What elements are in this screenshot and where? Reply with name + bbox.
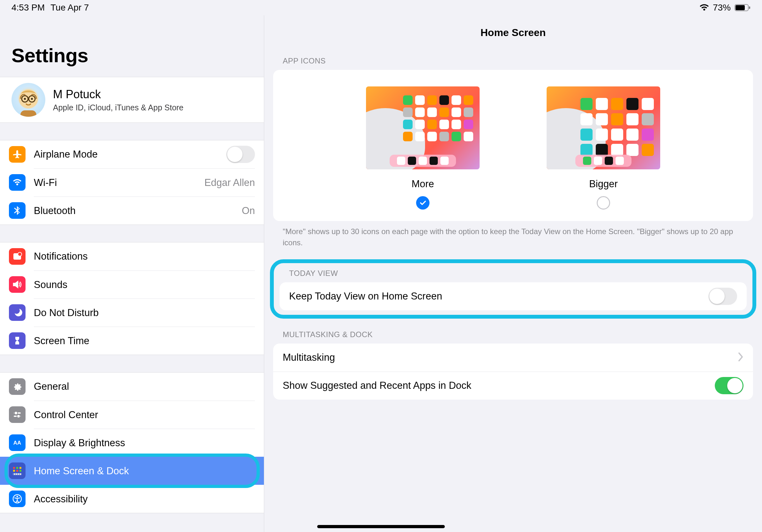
- sidebar-item-wifi[interactable]: Wi-Fi Edgar Allen: [0, 168, 264, 196]
- radio-more[interactable]: [416, 196, 429, 210]
- wifi-icon: [9, 174, 26, 191]
- control-center-icon: [9, 406, 26, 423]
- svg-point-15: [17, 415, 20, 418]
- section-header-today-view: TODAY VIEW: [276, 265, 750, 282]
- sidebar-item-notifications[interactable]: Notifications: [0, 242, 264, 270]
- sidebar-item-sounds[interactable]: Sounds: [0, 270, 264, 299]
- svg-point-5: [29, 96, 35, 102]
- sidebar-group-alerts: Notifications Sounds Do Not Disturb Scre…: [0, 242, 264, 355]
- svg-rect-1: [735, 5, 745, 10]
- row-label: Sounds: [34, 279, 255, 291]
- status-time: 4:53 PM: [12, 3, 45, 13]
- row-label: Home Screen & Dock: [34, 465, 255, 477]
- row-label: Notifications: [34, 251, 255, 262]
- bluetooth-icon: [9, 202, 26, 219]
- svg-point-13: [14, 412, 18, 415]
- airplane-toggle[interactable]: [226, 146, 255, 163]
- today-view-card: Keep Today View on Home Screen: [279, 282, 747, 310]
- row-label: Wi-Fi: [34, 177, 204, 188]
- svg-point-7: [24, 98, 26, 100]
- dock-suggestions-toggle[interactable]: [715, 377, 743, 394]
- accessibility-icon: [9, 491, 26, 507]
- row-label: Screen Time: [34, 335, 255, 347]
- sidebar-item-home-screen-dock[interactable]: Home Screen & Dock: [0, 457, 264, 485]
- sidebar-item-general[interactable]: General: [0, 372, 264, 401]
- row-label: Do Not Disturb: [34, 307, 255, 319]
- battery-percentage: 73%: [713, 3, 731, 13]
- highlight-annotation-today-view: TODAY VIEW Keep Today View on Home Scree…: [270, 259, 756, 319]
- svg-rect-17: [13, 467, 15, 469]
- sidebar-item-accessibility[interactable]: Accessibility: [0, 485, 264, 513]
- svg-point-3: [19, 89, 38, 108]
- airplane-icon: [9, 146, 26, 163]
- sidebar-item-control-center[interactable]: Control Center: [0, 401, 264, 429]
- preview-bigger: [547, 87, 660, 169]
- svg-rect-24: [14, 474, 15, 475]
- svg-point-11: [18, 252, 22, 256]
- row-multitasking[interactable]: Multitasking: [273, 344, 753, 371]
- multitasking-card: Multitasking Show Suggested and Recent A…: [273, 344, 753, 400]
- row-value: On: [242, 205, 255, 217]
- svg-rect-19: [20, 467, 21, 469]
- svg-rect-20: [13, 470, 15, 472]
- detail-title: Home Screen: [264, 15, 762, 56]
- row-value: Edgar Allen: [204, 177, 255, 188]
- notifications-icon: [9, 248, 26, 265]
- svg-rect-2: [749, 6, 750, 9]
- option-label: Bigger: [589, 178, 618, 190]
- sidebar-item-bluetooth[interactable]: Bluetooth On: [0, 196, 264, 225]
- svg-point-4: [22, 96, 28, 102]
- wifi-icon: [700, 4, 709, 12]
- row-label: Accessibility: [34, 494, 255, 505]
- svg-rect-26: [18, 474, 19, 475]
- section-header-multitasking: MULTITASKING & DOCK: [264, 330, 762, 344]
- svg-rect-22: [20, 470, 21, 472]
- row-show-suggested-recent-apps[interactable]: Show Suggested and Recent Apps in Dock: [273, 371, 753, 400]
- option-label: More: [412, 178, 434, 190]
- svg-point-8: [31, 98, 33, 100]
- sidebar-group-connectivity: Airplane Mode Wi-Fi Edgar Allen Bluetoot…: [0, 140, 264, 225]
- app-icons-footer: "More" shows up to 30 icons on each page…: [264, 221, 762, 259]
- svg-rect-9: [21, 110, 37, 117]
- row-label: Bluetooth: [34, 205, 242, 217]
- account-name: M Potuck: [53, 88, 184, 101]
- app-icons-option-more[interactable]: More: [366, 87, 480, 210]
- display-brightness-icon: AA: [9, 434, 26, 451]
- svg-rect-25: [16, 474, 17, 475]
- page-title: Settings: [0, 15, 264, 77]
- today-view-toggle[interactable]: [708, 288, 737, 305]
- app-icons-option-bigger[interactable]: Bigger: [547, 87, 660, 210]
- row-label: Show Suggested and Recent Apps in Dock: [283, 380, 715, 391]
- svg-rect-21: [16, 470, 18, 472]
- settings-sidebar: Settings M Potuck Apple ID, iCloud, iTun…: [0, 15, 264, 532]
- row-label: Control Center: [34, 409, 255, 421]
- sidebar-item-do-not-disturb[interactable]: Do Not Disturb: [0, 299, 264, 327]
- row-label: Airplane Mode: [34, 149, 226, 160]
- sidebar-item-display-brightness[interactable]: AA Display & Brightness: [0, 429, 264, 457]
- svg-rect-18: [16, 467, 18, 469]
- svg-text:AA: AA: [13, 440, 21, 446]
- account-row[interactable]: M Potuck Apple ID, iCloud, iTunes & App …: [0, 77, 264, 123]
- svg-point-29: [17, 496, 18, 498]
- avatar: [12, 83, 45, 117]
- row-label: Display & Brightness: [34, 437, 255, 449]
- status-date: Tue Apr 7: [50, 3, 89, 13]
- sidebar-item-airplane-mode[interactable]: Airplane Mode: [0, 140, 264, 168]
- sidebar-item-screen-time[interactable]: Screen Time: [0, 327, 264, 355]
- row-keep-today-view[interactable]: Keep Today View on Home Screen: [279, 282, 747, 310]
- chevron-right-icon: [738, 352, 743, 363]
- status-bar: 4:53 PM Tue Apr 7 73%: [0, 0, 762, 15]
- preview-more: [366, 87, 480, 169]
- svg-rect-27: [20, 474, 21, 475]
- app-icons-card: More Bigger: [273, 70, 753, 221]
- section-header-app-icons: APP ICONS: [264, 56, 762, 70]
- home-screen-dock-icon: [9, 462, 26, 479]
- home-indicator[interactable]: [317, 525, 445, 528]
- sidebar-group-general: General Control Center AA Display & Brig…: [0, 372, 264, 513]
- row-label: Multitasking: [283, 352, 738, 363]
- battery-icon: [734, 4, 750, 12]
- sounds-icon: [9, 276, 26, 293]
- row-label: Keep Today View on Home Screen: [289, 291, 708, 302]
- do-not-disturb-icon: [9, 304, 26, 321]
- radio-bigger[interactable]: [597, 196, 610, 210]
